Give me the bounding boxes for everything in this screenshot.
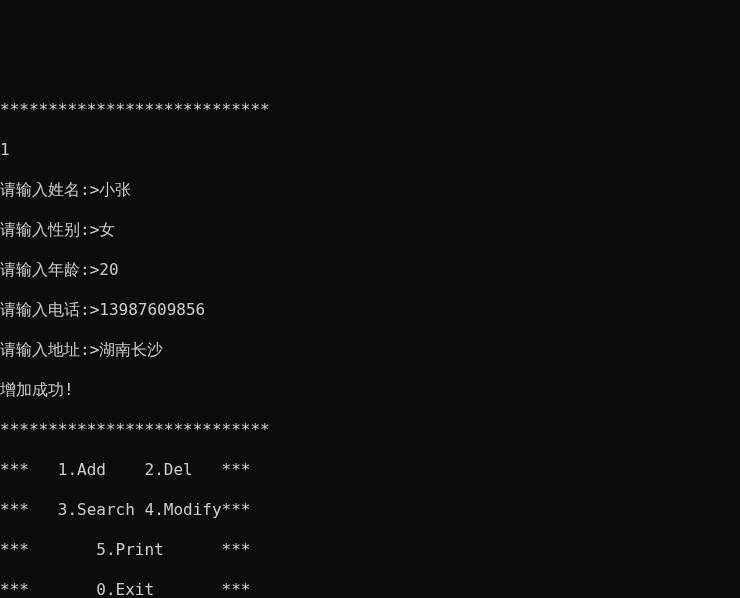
menu-border: **************************** (0, 100, 740, 120)
terminal-output[interactable]: **************************** 1 请输入姓名:>小张… (0, 80, 740, 598)
prompt-phone: 请输入电话:>13987609856 (0, 300, 740, 320)
prompt-age: 请输入年龄:>20 (0, 260, 740, 280)
prompt-gender: 请输入性别:>女 (0, 220, 740, 240)
menu-row-4: *** 0.Exit *** (0, 580, 740, 598)
prompt-name: 请输入姓名:>小张 (0, 180, 740, 200)
menu-row-1: *** 1.Add 2.Del *** (0, 460, 740, 480)
menu-row-2: *** 3.Search 4.Modify*** (0, 500, 740, 520)
menu-border: **************************** (0, 420, 740, 440)
success-message: 增加成功! (0, 380, 740, 400)
user-input-choice: 1 (0, 140, 740, 160)
prompt-address: 请输入地址:>湖南长沙 (0, 340, 740, 360)
menu-row-3: *** 5.Print *** (0, 540, 740, 560)
